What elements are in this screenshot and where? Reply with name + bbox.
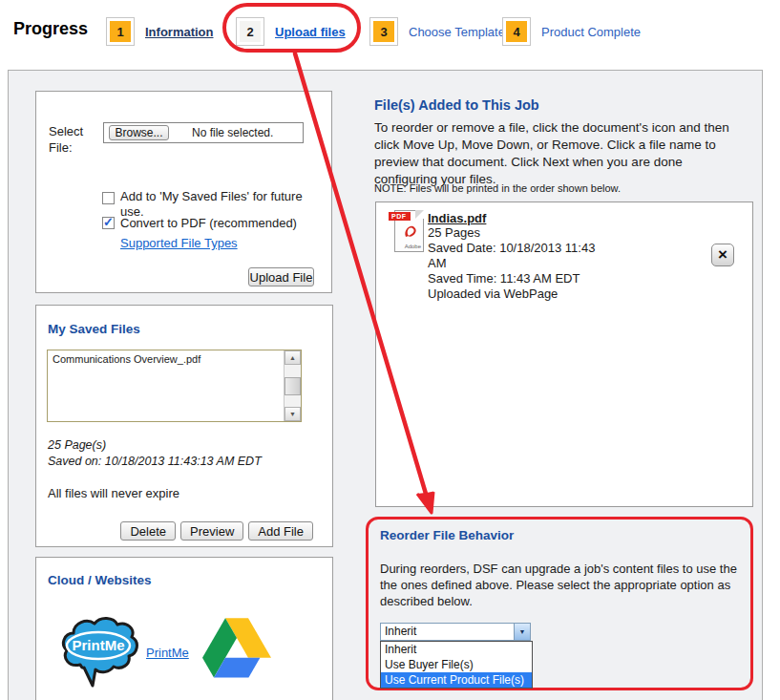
option-use-buyer-files[interactable]: Use Buyer File(s) bbox=[381, 657, 532, 672]
step-number-box: 4 bbox=[502, 17, 531, 46]
job-files-instructions: To reorder or remove a file, click the d… bbox=[374, 119, 761, 188]
step-upload-files-link[interactable]: Upload files bbox=[275, 25, 346, 39]
progress-title: Progress bbox=[13, 19, 88, 39]
step-number: 1 bbox=[110, 21, 131, 42]
file-entry: Indias.pdf 25 Pages Saved Date: 10/18/20… bbox=[428, 211, 652, 302]
cloud-websites-panel: Cloud / Websites PrintMe PrintMe bbox=[35, 557, 333, 700]
adobe-swirl-icon bbox=[403, 223, 422, 242]
listbox-scrollbar[interactable]: ▲ ▼ bbox=[284, 350, 301, 421]
convert-to-pdf-checkbox[interactable]: ✓ bbox=[102, 217, 115, 229]
reorder-file-behavior-section: Reorder File Behavior During reorders, D… bbox=[366, 517, 753, 690]
file-input[interactable]: Browse... No file selected. bbox=[103, 122, 304, 143]
main-content: Select File: Browse... No file selected.… bbox=[8, 70, 763, 700]
step-product-complete-label: Product Complete bbox=[541, 25, 641, 39]
option-inherit[interactable]: Inherit bbox=[381, 642, 532, 657]
file-pages: 25 Pages bbox=[428, 225, 652, 241]
job-files-title: File(s) Added to This Job bbox=[374, 97, 539, 113]
upload-file-panel: Select File: Browse... No file selected.… bbox=[35, 91, 332, 293]
add-to-saved-files-checkbox[interactable] bbox=[102, 192, 115, 204]
adobe-brand-text: Adobe bbox=[405, 244, 421, 249]
my-saved-files-title: My Saved Files bbox=[48, 322, 140, 336]
google-drive-icon[interactable] bbox=[202, 618, 271, 678]
step-number: 2 bbox=[240, 21, 261, 42]
checkbox-checked-icon: ✓ bbox=[103, 215, 114, 229]
saved-file-pages: 25 Page(s) bbox=[48, 438, 106, 452]
step-choose-template-label: Choose Template bbox=[409, 25, 505, 39]
add-file-button[interactable]: Add File bbox=[248, 521, 313, 541]
job-files-note: NOTE: Files will be printed in the order… bbox=[374, 182, 621, 194]
job-file-list: Adobe PDF Indias.pdf 25 Pages Saved Date… bbox=[375, 202, 753, 507]
file-saved-date: Saved Date: 10/18/2013 11:43 AM bbox=[428, 241, 652, 271]
chevron-down-icon[interactable]: ▼ bbox=[514, 624, 530, 640]
browse-button[interactable]: Browse... bbox=[109, 125, 169, 140]
scroll-up-icon[interactable]: ▲ bbox=[285, 350, 301, 365]
delete-button[interactable]: Delete bbox=[120, 521, 176, 541]
printme-logo-icon[interactable]: PrintMe bbox=[57, 615, 139, 691]
step-number-box: 1 bbox=[106, 17, 135, 46]
reorder-dropdown-value: Inherit bbox=[385, 624, 416, 640]
file-input-status: No file selected. bbox=[192, 123, 273, 142]
svg-text:PrintMe: PrintMe bbox=[72, 637, 124, 653]
convert-to-pdf-label: Convert to PDF (recommended) bbox=[120, 216, 330, 231]
upload-files-page: Progress 1 Information 2 Upload files 3 … bbox=[0, 0, 780, 700]
saved-files-listbox[interactable]: Communications Overview_.pdf ▲ ▼ bbox=[47, 350, 302, 422]
saved-file-saved-on: Saved on: 10/18/2013 11:43:13 AM EDT bbox=[48, 455, 262, 468]
reorder-description: During reorders, DSF can upgrade a job's… bbox=[380, 561, 748, 609]
file-saved-time: Saved Time: 11:43 AM EDT bbox=[428, 271, 652, 286]
file-uploaded-via: Uploaded via WebPage bbox=[428, 286, 652, 302]
pdf-badge: PDF bbox=[389, 212, 411, 221]
scroll-down-icon[interactable]: ▼ bbox=[285, 407, 301, 421]
scrollbar-thumb[interactable] bbox=[285, 377, 301, 395]
reorder-dropdown-list: Inherit Use Buyer File(s) Use Current Pr… bbox=[380, 641, 533, 689]
step-number-box: 2 bbox=[236, 17, 264, 46]
step-information-link[interactable]: Information bbox=[145, 25, 214, 39]
step-number: 4 bbox=[506, 21, 527, 42]
expiry-note: All files will never expire bbox=[48, 486, 179, 500]
file-name-link[interactable]: Indias.pdf bbox=[428, 211, 652, 225]
upload-file-button[interactable]: Upload File bbox=[248, 267, 314, 286]
saved-files-buttons: Delete Preview Add File bbox=[120, 521, 313, 541]
step-number: 3 bbox=[373, 21, 394, 42]
printme-link[interactable]: PrintMe bbox=[146, 646, 189, 660]
progress-step-upload-files: 2 Upload files bbox=[236, 17, 346, 46]
my-saved-files-panel: My Saved Files Communications Overview_.… bbox=[35, 305, 333, 547]
select-file-label: Select File: bbox=[49, 123, 96, 156]
progress-step-information: 1 Information bbox=[106, 17, 214, 46]
step-number-box: 3 bbox=[369, 17, 398, 46]
pdf-fold-corner bbox=[415, 210, 424, 219]
progress-step-choose-template: 3 Choose Template bbox=[369, 17, 505, 46]
saved-file-item[interactable]: Communications Overview_.pdf bbox=[48, 350, 301, 365]
reorder-title: Reorder File Behavior bbox=[380, 528, 514, 542]
preview-button[interactable]: Preview bbox=[180, 521, 243, 541]
pdf-icon[interactable]: Adobe PDF bbox=[391, 210, 424, 252]
remove-file-button[interactable]: × bbox=[711, 244, 734, 266]
progress-step-product-complete: 4 Product Complete bbox=[502, 17, 641, 46]
option-use-current-product-files[interactable]: Use Current Product File(s) bbox=[381, 672, 532, 688]
supported-file-types-link[interactable]: Supported File Types bbox=[120, 236, 238, 250]
reorder-dropdown[interactable]: Inherit ▼ bbox=[380, 623, 531, 641]
cloud-websites-title: Cloud / Websites bbox=[48, 573, 152, 587]
